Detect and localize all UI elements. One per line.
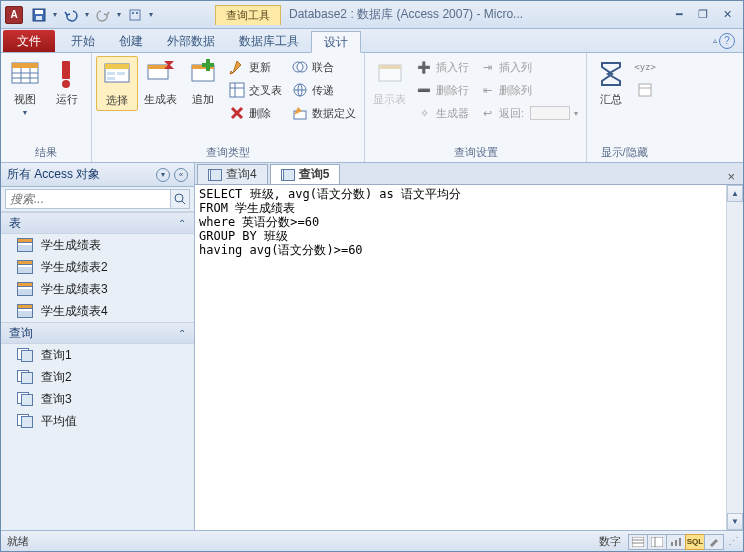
doc-tab-query5[interactable]: 查询5 — [270, 164, 341, 184]
qat-extra-icon[interactable] — [125, 5, 145, 25]
svg-point-13 — [62, 80, 70, 88]
view-datasheet-button[interactable] — [628, 534, 648, 550]
status-ready: 就绪 — [7, 534, 29, 549]
view-sql-button[interactable]: SQL — [685, 534, 705, 550]
resize-grip-icon[interactable]: ⋰ — [728, 535, 737, 548]
union-button[interactable]: 联合 — [288, 56, 360, 78]
totals-button[interactable]: 汇总 — [591, 56, 631, 109]
passthrough-button[interactable]: 传递 — [288, 79, 360, 101]
chevron-down-icon: ▼ — [22, 109, 29, 116]
tab-create[interactable]: 创建 — [107, 30, 155, 52]
nav-table-item[interactable]: 学生成绩表4 — [1, 300, 194, 322]
close-button[interactable]: ✕ — [719, 7, 735, 23]
view-design-button[interactable] — [704, 534, 724, 550]
delete-columns-button[interactable]: ⇤删除列 — [475, 79, 582, 101]
passthrough-icon — [292, 82, 308, 98]
search-button[interactable] — [170, 189, 190, 209]
scroll-down-icon[interactable]: ▼ — [727, 513, 743, 530]
nav-query-item[interactable]: 查询2 — [1, 366, 194, 388]
query-icon — [17, 414, 33, 428]
nav-query-item[interactable]: 查询1 — [1, 344, 194, 366]
crosstab-label: 交叉表 — [249, 83, 282, 98]
help-icon[interactable]: ? — [719, 33, 735, 49]
crosstab-button[interactable]: 交叉表 — [225, 79, 286, 101]
data-definition-button[interactable]: 数据定义 — [288, 102, 360, 124]
nav-item-label: 查询1 — [41, 347, 72, 364]
nav-header[interactable]: 所有 Access 对象 ▾ « — [1, 163, 194, 187]
view-button[interactable]: 视图 ▼ — [5, 56, 45, 118]
main-area: 查询4 查询5 × ▲ ▼ — [195, 163, 743, 530]
insert-col-icon: ⇥ — [479, 59, 495, 75]
nav-query-item[interactable]: 查询3 — [1, 388, 194, 410]
return-button[interactable]: ↩返回:▾ — [475, 102, 582, 124]
redo-icon[interactable] — [93, 5, 113, 25]
doc-tab-query4[interactable]: 查询4 — [197, 164, 268, 184]
minimize-button[interactable]: ━ — [671, 7, 687, 23]
builder-button[interactable]: ✧生成器 — [412, 102, 473, 124]
group-showhide-label: 显示/隐藏 — [591, 144, 657, 162]
make-table-button[interactable]: 生成表 — [140, 56, 181, 109]
nav-table-item[interactable]: 学生成绩表2 — [1, 256, 194, 278]
nav-table-item[interactable]: 学生成绩表3 — [1, 278, 194, 300]
insert-columns-button[interactable]: ⇥插入列 — [475, 56, 582, 78]
restore-button[interactable]: ❐ — [695, 7, 711, 23]
table-icon — [17, 304, 33, 318]
nav-item-label: 查询2 — [41, 369, 72, 386]
sql-editor-area: ▲ ▼ — [195, 185, 743, 530]
qat-customize-icon[interactable]: ▾ — [147, 5, 155, 25]
sigma-icon — [595, 58, 627, 90]
nav-table-item[interactable]: 学生成绩表 — [1, 234, 194, 256]
content-area: 所有 Access 对象 ▾ « 表⌃ 学生成绩表学生成绩表2学生成绩表3学生成… — [1, 163, 743, 530]
view-pivot-button[interactable] — [647, 534, 667, 550]
svg-rect-46 — [675, 540, 677, 546]
view-label: 视图 — [14, 92, 36, 107]
property-sheet-button[interactable] — [633, 79, 657, 101]
undo-icon[interactable] — [61, 5, 81, 25]
delete-icon — [229, 105, 245, 121]
tab-database-tools[interactable]: 数据库工具 — [227, 30, 311, 52]
chevron-up-icon: ⌃ — [178, 218, 186, 229]
tab-file[interactable]: 文件 — [3, 30, 55, 52]
table-icon — [17, 260, 33, 274]
sql-editor[interactable] — [195, 185, 726, 530]
nav-query-item[interactable]: 平均值 — [1, 410, 194, 432]
chevron-up-icon: ⌃ — [178, 328, 186, 339]
nav-collapse-icon[interactable]: « — [174, 168, 188, 182]
insert-rows-button[interactable]: ➕插入行 — [412, 56, 473, 78]
show-table-button[interactable]: 显示表 — [369, 56, 410, 109]
scroll-up-icon[interactable]: ▲ — [727, 185, 743, 202]
nav-item-label: 查询3 — [41, 391, 72, 408]
append-button[interactable]: 追加 — [183, 56, 223, 109]
undo-dropdown-icon[interactable]: ▾ — [83, 5, 91, 25]
window-title: Database2 : 数据库 (Access 2007) - Micro... — [289, 6, 523, 23]
view-pivotchart-button[interactable] — [666, 534, 686, 550]
nav-group-queries[interactable]: 查询⌃ — [1, 322, 194, 344]
search-input[interactable] — [5, 189, 170, 209]
save-icon[interactable] — [29, 5, 49, 25]
redo-dropdown-icon[interactable]: ▾ — [115, 5, 123, 25]
totals-label: 汇总 — [600, 92, 622, 107]
group-querytype-label: 查询类型 — [96, 144, 360, 162]
ribbon-minimize-icon[interactable]: ▵ — [713, 36, 717, 45]
close-tab-button[interactable]: × — [723, 169, 739, 184]
delete-button[interactable]: 删除 — [225, 102, 286, 124]
update-button[interactable]: 更新 — [225, 56, 286, 78]
select-query-button[interactable]: 选择 — [96, 56, 138, 111]
tab-design[interactable]: 设计 — [311, 31, 361, 53]
nav-group-tables[interactable]: 表⌃ — [1, 212, 194, 234]
svg-rect-36 — [639, 84, 651, 96]
delete-rows-button[interactable]: ➖删除行 — [412, 79, 473, 101]
maketable-label: 生成表 — [144, 92, 177, 107]
svg-rect-15 — [105, 64, 129, 69]
save-dropdown-icon[interactable]: ▾ — [51, 5, 59, 25]
union-label: 联合 — [312, 60, 334, 75]
svg-rect-45 — [671, 542, 673, 546]
params-button[interactable]: <yz> — [633, 56, 657, 78]
run-button[interactable]: 运行 — [47, 56, 87, 109]
vertical-scrollbar[interactable]: ▲ ▼ — [726, 185, 743, 530]
nav-filter-icon[interactable]: ▾ — [156, 168, 170, 182]
nav-item-label: 学生成绩表3 — [41, 281, 108, 298]
tab-home[interactable]: 开始 — [59, 30, 107, 52]
tab-external-data[interactable]: 外部数据 — [155, 30, 227, 52]
doc-tab-q4-label: 查询4 — [226, 166, 257, 183]
